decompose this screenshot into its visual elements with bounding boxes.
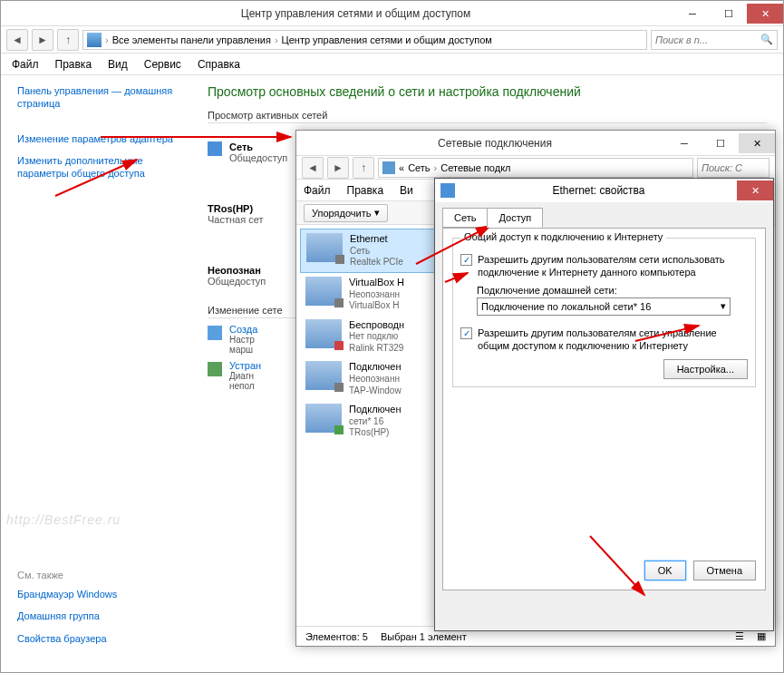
tab-network[interactable]: Сеть: [442, 208, 488, 228]
item-count: Элементов: 5: [305, 631, 368, 642]
group-legend: Общий доступ к подключению к Интернету: [460, 231, 666, 242]
watermark: http://BestFree.ru: [6, 512, 121, 527]
up-button[interactable]: ↑: [353, 157, 374, 179]
conn-sub: Неопознанн: [349, 374, 402, 385]
conn-sub: Сеть: [350, 246, 403, 258]
minimize-button[interactable]: ─: [666, 133, 702, 153]
breadcrumb-item[interactable]: Сеть: [408, 162, 430, 173]
menu-edit[interactable]: Правка: [347, 184, 384, 197]
props-title: Ethernet: свойства: [460, 184, 737, 197]
conn-titlebar: Сетевые подключения ─ ☐ ✕: [296, 131, 775, 156]
up-button[interactable]: ↑: [57, 29, 79, 51]
conn-name: Ethernet: [350, 233, 403, 246]
wireless-adapter-icon: [305, 319, 342, 348]
cancel-button[interactable]: Отмена: [693, 561, 756, 580]
breadcrumb[interactable]: › Все элементы панели управления › Центр…: [82, 30, 647, 50]
main-titlebar: Центр управления сетями и общим доступом…: [1, 1, 783, 26]
create-sub: марш: [229, 345, 257, 355]
search-box[interactable]: 🔍: [651, 30, 778, 50]
back-button[interactable]: ◄: [6, 29, 28, 51]
breadcrumb[interactable]: « Сеть › Сетевые подкл: [378, 158, 693, 178]
ics-group: Общий доступ к подключению к Интернету ✓…: [452, 238, 756, 387]
conn-name: Подключен: [349, 361, 402, 374]
props-titlebar: Ethernet: свойства ✕: [435, 179, 773, 202]
checkbox-icon[interactable]: ✓: [460, 254, 472, 266]
checkbox-icon[interactable]: ✓: [460, 327, 472, 339]
settings-button[interactable]: Настройка...: [663, 359, 748, 379]
menu-view[interactable]: Вид: [108, 58, 128, 71]
forward-button[interactable]: ►: [327, 157, 349, 179]
allow-control-row[interactable]: ✓ Разрешить другим пользователям сети уп…: [460, 327, 748, 353]
menu-file[interactable]: Файл: [304, 184, 331, 197]
chevron-right-icon: ›: [105, 34, 109, 45]
combo-value: Подключение по локальной сети* 16: [481, 301, 651, 312]
search-box[interactable]: [697, 158, 769, 178]
network-name: TRos(HP): [208, 203, 263, 214]
conn-sub: VirtualBox H: [349, 300, 404, 312]
main-menubar: Файл Правка Вид Сервис Справка: [1, 54, 783, 75]
menu-tools[interactable]: Сервис: [144, 58, 181, 71]
maximize-button[interactable]: ☐: [702, 133, 739, 153]
close-button[interactable]: ✕: [739, 133, 775, 153]
control-panel-icon: [87, 33, 102, 47]
diag-sub: непол: [229, 381, 261, 391]
forward-button[interactable]: ►: [32, 29, 53, 51]
sidebar-firewall[interactable]: Брандмауэр Windows: [17, 588, 117, 600]
chevron-right-icon: ›: [434, 162, 438, 173]
conn-sub: Ralink RT329: [349, 343, 404, 355]
menu-file[interactable]: Файл: [12, 58, 39, 71]
search-input[interactable]: [702, 162, 765, 173]
sidebar-sharing-settings[interactable]: Изменить дополнительные параметры общего…: [17, 154, 175, 180]
view-tiles-icon[interactable]: ▦: [757, 630, 766, 642]
search-input[interactable]: [655, 34, 760, 45]
sidebar-home[interactable]: Панель управления — домашняя страница: [17, 84, 175, 111]
conn-sub: Realtek PCIe: [350, 257, 403, 268]
breadcrumb-item[interactable]: Сетевые подкл: [440, 162, 510, 173]
organize-button[interactable]: Упорядочить ▾: [304, 204, 388, 222]
diag-title: Устран: [229, 360, 261, 371]
menu-edit[interactable]: Правка: [55, 58, 92, 71]
close-button[interactable]: ✕: [747, 4, 783, 24]
menu-view[interactable]: Ви: [400, 184, 413, 197]
adapter-icon: [440, 183, 455, 198]
conn-name: Беспроводн: [349, 319, 404, 332]
breadcrumb-item[interactable]: Центр управления сетями и общим доступом: [282, 34, 492, 45]
conn-name: Подключен: [349, 404, 402, 416]
sidebar-browser-props[interactable]: Свойства браузера: [17, 632, 117, 645]
create-sub: Настр: [229, 335, 257, 345]
network-type: Частная сет: [208, 214, 263, 225]
up-arrow-icon: ↑: [65, 34, 71, 46]
active-networks-header: Просмотр активных сетей: [208, 110, 767, 123]
back-button[interactable]: ◄: [302, 157, 324, 179]
bc-prefix: «: [399, 162, 404, 173]
conn-address-bar: ◄ ► ↑ « Сеть › Сетевые подкл: [296, 156, 775, 180]
home-network-label: Подключение домашней сети:: [477, 285, 748, 296]
conn-sub: TAP-Window: [349, 385, 402, 397]
search-icon: 🔍: [760, 34, 773, 45]
selection-count: Выбран 1 элемент: [381, 631, 467, 642]
conn-sub: сети* 16: [349, 416, 402, 428]
menu-help[interactable]: Справка: [198, 58, 240, 71]
breadcrumb-item[interactable]: Все элементы панели управления: [112, 34, 271, 45]
minimize-button[interactable]: ─: [674, 4, 711, 24]
allow-sharing-label: Разрешить другим пользователям сети испо…: [478, 253, 748, 279]
conn-name: VirtualBox H: [349, 277, 404, 289]
close-button[interactable]: ✕: [737, 180, 773, 200]
view-details-icon[interactable]: ☰: [735, 630, 744, 642]
sidebar-adapter-settings[interactable]: Изменение параметров адаптера: [17, 132, 175, 145]
home-network-combo[interactable]: Подключение по локальной сети* 16 ▾: [477, 297, 731, 316]
main-title: Центр управления сетями и общим доступом: [37, 7, 674, 20]
sidebar: Панель управления — домашняя страница Из…: [1, 75, 191, 672]
sidebar-homegroup[interactable]: Домашняя группа: [17, 610, 117, 622]
new-connection-icon: [208, 326, 222, 340]
tab-access[interactable]: Доступ: [487, 208, 543, 228]
chevron-down-icon: ▾: [721, 300, 726, 312]
adapter-icon: [305, 361, 342, 390]
access-tab-panel: Общий доступ к подключению к Интернету ✓…: [442, 228, 766, 590]
allow-control-label: Разрешить другим пользователям сети упра…: [478, 327, 748, 353]
allow-sharing-row[interactable]: ✓ Разрешить другим пользователям сети ис…: [460, 253, 748, 279]
ethernet-adapter-icon: [306, 233, 343, 262]
conn-sub: Нет подклю: [349, 331, 404, 343]
maximize-button[interactable]: ☐: [711, 4, 747, 24]
ok-button[interactable]: OK: [644, 561, 686, 580]
